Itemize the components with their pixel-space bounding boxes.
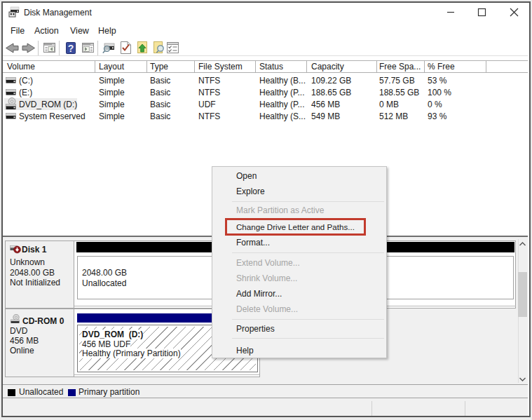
svg-text:?: ? <box>68 43 74 54</box>
